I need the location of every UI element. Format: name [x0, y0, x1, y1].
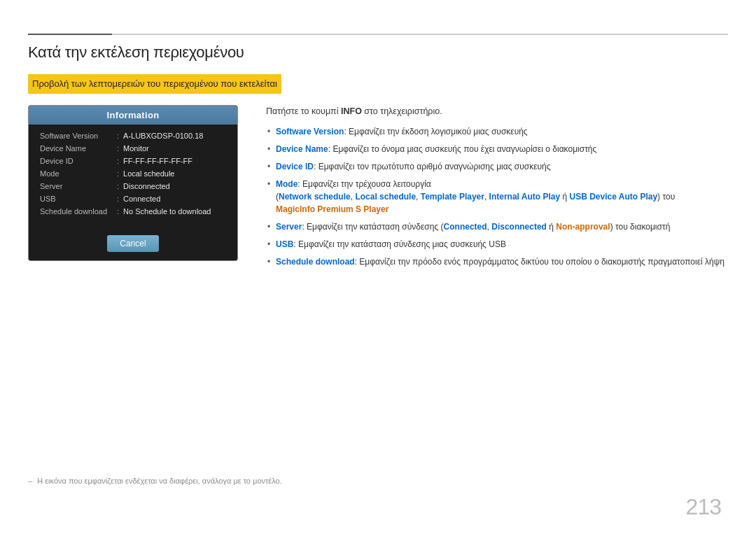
template-player-link: Template Player — [421, 192, 484, 202]
bullet-device-name-label: Device Name — [276, 144, 328, 154]
bullet-software: Software Version: Εμφανίζει την έκδοση λ… — [266, 125, 728, 138]
info-label-device-name: Device Name — [40, 144, 117, 153]
info-label-server: Server — [40, 182, 117, 190]
info-row-mode: Mode : Local schedule — [40, 169, 226, 178]
internal-auto-play-link: Internal Auto Play — [489, 192, 561, 202]
right-content: Πατήστε το κουμπί INFO στο τηλεχειριστήρ… — [266, 105, 728, 273]
bullet-mode: Mode: Εμφανίζει την τρέχουσα λειτουργία … — [266, 178, 728, 216]
info-value-server: Disconnected — [123, 182, 170, 190]
note-text: Η εικόνα που εμφανίζεται ενδέχεται να δι… — [37, 477, 282, 485]
top-line-accent — [28, 34, 112, 35]
info-panel-body: Software Version : A-LUBXGDSP-0100.18 De… — [29, 125, 237, 230]
magicinfo-label: MagicInfo Premium S Player — [276, 204, 388, 214]
info-row-device-id: Device ID : FF-FF-FF-FF-FF-FF — [40, 157, 226, 165]
info-row-server: Server : Disconnected — [40, 182, 226, 190]
info-value-schedule: No Schedule to download — [123, 207, 211, 216]
highlight-text: Προβολή των λεπτομερειών του περιεχομένο… — [32, 78, 277, 89]
info-row-usb: USB : Connected — [40, 195, 226, 203]
cancel-button[interactable]: Cancel — [107, 235, 158, 252]
top-line-full — [28, 34, 728, 35]
content-area: Information Software Version : A-LUBXGDS… — [28, 105, 728, 273]
info-value-usb: Connected — [123, 195, 160, 203]
network-schedule-link: Network schedule — [279, 192, 351, 202]
bullet-server: Server: Εμφανίζει την κατάσταση σύνδεσης… — [266, 220, 728, 233]
info-label-mode: Mode — [40, 169, 117, 178]
bullet-device-id-label: Device ID — [276, 162, 314, 171]
disconnected-label: Disconnected — [491, 222, 547, 232]
note-line: Η εικόνα που εμφανίζεται ενδέχεται να δι… — [28, 477, 728, 485]
info-bold: INFO — [341, 106, 362, 116]
bullet-software-label: Software Version — [276, 127, 344, 136]
usb-device-auto-play-link: USB Device Auto Play — [570, 192, 658, 202]
info-panel-header: Information — [29, 106, 237, 125]
info-panel-footer: Cancel — [29, 230, 237, 260]
page-title: Κατά την εκτέλεση περιεχομένου — [28, 43, 728, 62]
info-value-device-id: FF-FF-FF-FF-FF-FF — [123, 157, 192, 165]
local-schedule-link: Local schedule — [355, 192, 416, 202]
bullet-schedule-download: Schedule download: Εμφανίζει την πρόοδο … — [266, 255, 728, 268]
info-panel: Information Software Version : A-LUBXGDS… — [28, 105, 238, 261]
info-label-device-id: Device ID — [40, 157, 117, 165]
info-label-software: Software Version — [40, 132, 117, 140]
info-value-software: A-LUBXGDSP-0100.18 — [123, 132, 203, 140]
info-label-usb: USB — [40, 195, 117, 203]
bullet-device-id: Device ID: Εμφανίζει τον πρωτότυπο αριθμ… — [266, 160, 728, 173]
info-row-schedule: Schedule download : No Schedule to downl… — [40, 207, 226, 216]
connected-label: Connected — [444, 222, 487, 232]
bullet-server-label: Server — [276, 222, 302, 232]
info-row-device-name: Device Name : Monitor — [40, 144, 226, 153]
info-value-device-name: Monitor — [123, 144, 149, 153]
bullet-usb-label: USB — [276, 239, 293, 249]
bullet-list: Software Version: Εμφανίζει την έκδοση λ… — [266, 125, 728, 268]
info-row-software: Software Version : A-LUBXGDSP-0100.18 — [40, 132, 226, 140]
bullet-usb: USB: Εμφανίζει την κατάσταση σύνδεσης μι… — [266, 238, 728, 251]
bullet-device-name: Device Name: Εμφανίζει το όνομα μιας συσ… — [266, 143, 728, 155]
non-approval-label: Non-approval — [556, 222, 610, 232]
bullet-mode-label: Mode — [276, 179, 298, 189]
bullet-schedule-label: Schedule download — [276, 257, 355, 267]
press-info: Πατήστε το κουμπί INFO στο τηλεχειριστήρ… — [266, 105, 728, 118]
page-number: 213 — [686, 494, 721, 520]
highlight-box: Προβολή των λεπτομερειών του περιεχομένο… — [28, 74, 281, 94]
info-value-mode: Local schedule — [123, 169, 174, 178]
info-label-schedule: Schedule download — [40, 207, 117, 216]
